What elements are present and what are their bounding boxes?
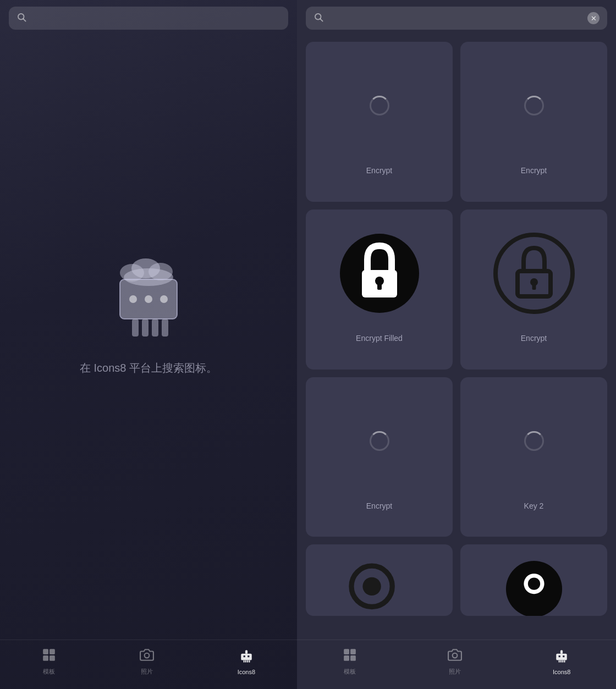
left-bottom-tabs: 模板 照片 [0, 640, 297, 689]
left-tab-templates-label: 模板 [43, 668, 55, 676]
icon-label-encrypt-3: Encrypt [521, 334, 547, 343]
icon-label-key2: Key 2 [524, 501, 544, 510]
right-tab-photos[interactable]: 照片 [448, 648, 462, 676]
svg-rect-14 [43, 649, 48, 654]
svg-rect-54 [564, 660, 565, 662]
svg-rect-13 [162, 319, 168, 337]
svg-rect-48 [556, 653, 567, 660]
svg-rect-21 [248, 655, 249, 657]
icon-card-encrypt-filled[interactable]: Encrypt Filled [306, 210, 453, 370]
svg-point-8 [145, 295, 152, 303]
icon-preview-partial-lock [479, 553, 589, 616]
icon-card-encrypt-1[interactable]: Encrypt [306, 42, 453, 202]
right-bottom-tabs: 模板 照片 [297, 640, 616, 689]
svg-rect-23 [245, 660, 246, 662]
svg-rect-53 [562, 660, 563, 662]
left-search-input[interactable]: Icons8 [32, 13, 280, 24]
right-grid-icon [343, 648, 357, 665]
icon-label-encrypt-4: Encrypt [366, 501, 392, 510]
svg-rect-10 [132, 319, 139, 337]
icon-preview-key2 [479, 386, 589, 496]
left-search-bar[interactable]: Icons8 [9, 7, 288, 30]
svg-line-1 [23, 19, 25, 21]
svg-rect-15 [50, 649, 55, 654]
grid-icon [42, 648, 56, 665]
icon-preview-encrypt-1 [324, 51, 435, 161]
right-tab-templates[interactable]: 模板 [343, 648, 357, 676]
svg-point-39 [362, 577, 381, 596]
icons-grid: Encrypt Encrypt Enc [297, 36, 616, 640]
icon-preview-encrypt-3 [324, 386, 435, 496]
svg-rect-52 [560, 660, 562, 662]
svg-point-42 [527, 578, 540, 590]
svg-point-9 [160, 295, 168, 303]
right-camera-icon [448, 648, 462, 665]
svg-rect-37 [532, 282, 536, 290]
lock-partial-svg [496, 553, 573, 616]
icon-preview-encrypt-2 [479, 51, 589, 161]
left-panel: Icons8 在 Icons [0, 0, 297, 689]
loading-spinner-1 [370, 96, 389, 115]
left-main-content: 在 Icons8 平台上搜索图标。 [0, 36, 297, 640]
svg-rect-33 [377, 281, 382, 290]
svg-rect-17 [50, 655, 55, 661]
svg-rect-24 [247, 660, 248, 662]
left-illustration: 在 Icons8 平台上搜索图标。 [80, 256, 217, 376]
svg-rect-43 [344, 649, 349, 654]
svg-point-56 [560, 650, 563, 652]
right-search-bar[interactable]: key ✕ [306, 7, 607, 30]
left-caption: 在 Icons8 平台上搜索图标。 [80, 361, 217, 376]
icon-card-encrypt-3[interactable]: Encrypt [306, 377, 453, 537]
left-search-icon [16, 12, 26, 24]
right-tab-templates-label: 模板 [344, 668, 356, 676]
svg-rect-16 [43, 655, 48, 661]
icon-card-encrypt-2[interactable]: Encrypt [460, 42, 607, 202]
svg-rect-12 [152, 319, 158, 337]
svg-point-18 [144, 653, 149, 658]
camera-icon [140, 648, 154, 665]
svg-point-7 [129, 295, 137, 303]
right-search-icon [314, 12, 323, 24]
left-tab-photos-label: 照片 [141, 668, 153, 676]
icon-preview-encrypt-filled [324, 218, 435, 328]
icon-preview-partial-key [324, 553, 435, 616]
key-partial-svg [341, 553, 418, 616]
svg-rect-11 [142, 319, 148, 337]
illustration-robot [99, 256, 198, 344]
loading-spinner-2 [524, 96, 544, 115]
svg-rect-50 [563, 655, 564, 657]
right-tab-icons8-label: Icons8 [553, 669, 570, 675]
right-tab-icons8[interactable]: Icons8 [553, 649, 570, 675]
svg-rect-22 [243, 660, 244, 662]
icon-preview-encrypt-outline [479, 218, 589, 328]
right-search-input[interactable]: key [329, 13, 582, 24]
left-tab-templates[interactable]: 模板 [42, 648, 56, 676]
svg-point-27 [245, 650, 248, 652]
svg-rect-44 [350, 649, 356, 654]
svg-point-47 [452, 653, 457, 658]
svg-rect-46 [350, 655, 356, 661]
right-tab-photos-label: 照片 [449, 668, 461, 676]
clear-search-button[interactable]: ✕ [587, 12, 600, 24]
loading-spinner-3 [370, 431, 389, 451]
left-tab-photos[interactable]: 照片 [140, 648, 154, 676]
icon-label-encrypt-2: Encrypt [521, 166, 547, 175]
icon-card-key2[interactable]: Key 2 [460, 377, 607, 537]
svg-rect-19 [241, 653, 252, 660]
left-tab-icons8[interactable]: Icons8 [238, 649, 255, 675]
icon-card-encrypt-outline[interactable]: Encrypt [460, 210, 607, 370]
lock-filled-svg [336, 229, 424, 317]
left-tab-icons8-label: Icons8 [238, 669, 255, 675]
icons8-robot-icon [239, 649, 254, 666]
icon-label-encrypt-filled: Encrypt Filled [356, 334, 403, 343]
lock-outline-svg [490, 229, 578, 317]
svg-rect-51 [559, 660, 560, 662]
svg-rect-25 [249, 660, 250, 662]
icon-card-partial-lock[interactable] [460, 544, 607, 616]
svg-rect-20 [243, 655, 245, 657]
loading-spinner-4 [524, 431, 544, 451]
icon-label-encrypt-1: Encrypt [366, 166, 392, 175]
right-icons8-icon [554, 649, 569, 666]
icon-card-partial-key[interactable] [306, 544, 453, 616]
right-panel: key ✕ Encrypt Encrypt [297, 0, 616, 689]
